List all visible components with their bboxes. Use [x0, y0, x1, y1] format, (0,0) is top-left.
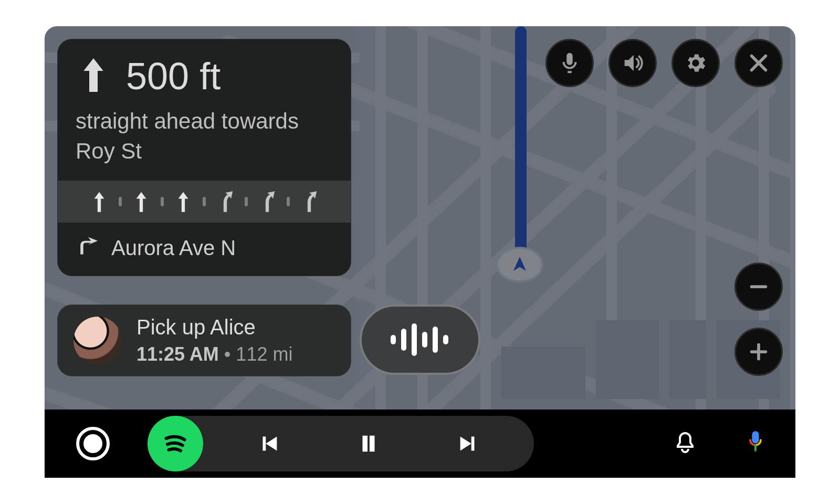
media-controls-pill	[148, 416, 534, 471]
svg-rect-24	[391, 335, 396, 344]
home-indicator[interactable]	[76, 427, 110, 460]
sound-button[interactable]	[608, 39, 657, 87]
plus-icon	[747, 340, 771, 364]
zoom-out-button[interactable]	[734, 262, 783, 311]
avatar	[74, 317, 122, 365]
task-title: Pick up Alice	[136, 316, 292, 339]
lane-divider	[287, 197, 290, 206]
svg-rect-27	[422, 332, 427, 348]
sound-icon	[621, 51, 645, 75]
waveform-icon	[388, 322, 452, 357]
task-subtitle: 11:25 AM • 112 mi	[136, 343, 292, 365]
skip-previous-button[interactable]	[250, 432, 287, 456]
microphone-icon	[558, 51, 582, 75]
task-time: 11:25 AM	[136, 343, 219, 365]
lane-divider	[161, 197, 164, 206]
lane-slight-right-icon	[215, 189, 235, 214]
skip-previous-icon	[257, 432, 281, 456]
top-actions	[545, 39, 783, 87]
lane-slight-right-icon	[299, 189, 319, 214]
voice-input-pill[interactable]	[360, 304, 480, 375]
settings-button[interactable]	[671, 39, 720, 87]
svg-rect-28	[433, 327, 438, 353]
lane-slight-right-icon	[257, 189, 277, 214]
lane-divider	[119, 197, 122, 206]
task-card[interactable]: Pick up Alice 11:25 AM • 112 mi	[57, 304, 351, 376]
spotify-icon	[160, 428, 191, 459]
step-description: straight ahead towards Roy St	[58, 107, 351, 181]
skip-next-button[interactable]	[450, 432, 487, 456]
route-polyline	[515, 26, 527, 262]
lane-straight-icon	[131, 189, 151, 214]
lane-guidance	[58, 181, 351, 223]
pause-icon	[356, 432, 381, 456]
zoom-controls	[734, 262, 783, 376]
turn-right-icon	[76, 234, 99, 262]
minus-icon	[747, 275, 771, 299]
svg-rect-25	[401, 329, 406, 351]
lane-straight-icon	[173, 189, 193, 214]
svg-rect-29	[443, 335, 448, 344]
assistant-button[interactable]	[745, 429, 766, 458]
system-bottom-bar	[45, 410, 795, 478]
next-step-street: Aurora Ave N	[111, 236, 236, 260]
current-position-puck	[496, 247, 543, 282]
close-icon	[747, 51, 771, 75]
navigation-card: 500 ft straight ahead towards Roy St	[57, 39, 351, 276]
gear-icon	[684, 51, 708, 75]
lane-straight-icon	[89, 189, 109, 214]
close-button[interactable]	[734, 39, 783, 87]
maneuver-icon	[76, 54, 111, 98]
music-app-button[interactable]	[148, 416, 203, 471]
task-separator: •	[224, 343, 236, 365]
app-stage: 500 ft straight ahead towards Roy St	[45, 26, 795, 478]
play-pause-button[interactable]	[350, 432, 387, 456]
assistant-mic-icon	[745, 429, 766, 456]
lane-divider	[245, 197, 248, 206]
svg-rect-26	[412, 323, 417, 356]
svg-rect-21	[669, 320, 706, 399]
task-distance: 112 mi	[236, 343, 292, 365]
lane-divider	[203, 197, 206, 206]
step-distance: 500 ft	[126, 55, 220, 98]
zoom-in-button[interactable]	[734, 328, 783, 376]
navigation-cursor-icon	[510, 255, 529, 274]
notifications-button[interactable]	[673, 430, 698, 457]
next-step-row: Aurora Ave N	[58, 223, 351, 276]
svg-rect-20	[596, 320, 659, 399]
svg-rect-23	[501, 346, 585, 399]
mic-button[interactable]	[545, 39, 594, 87]
bell-icon	[673, 430, 698, 455]
skip-next-icon	[456, 432, 480, 456]
